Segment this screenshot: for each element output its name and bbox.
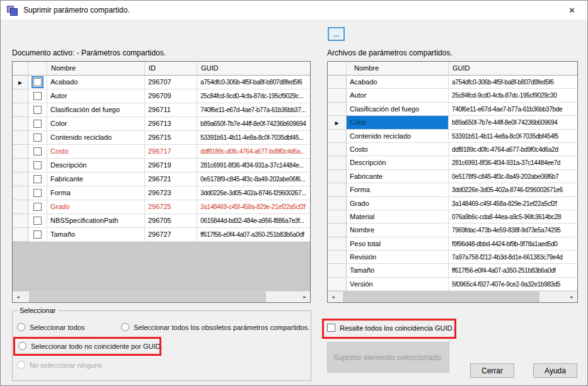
column-header-nombre[interactable]: Nombre <box>47 62 145 76</box>
cell-nombre[interactable]: Forma <box>47 186 145 200</box>
header-checkbox-column[interactable] <box>28 62 47 76</box>
table-row[interactable]: Contenido reciclado53391b51-4b11-4e8a-8c… <box>328 130 577 143</box>
cell-guid[interactable]: 3a148469-c45f-458a-829e-21ef22a5cf2f <box>197 200 310 214</box>
row-selector[interactable] <box>13 103 28 117</box>
table-row[interactable]: Grado2967253a148469-c45f-458a-829e-21ef2… <box>13 200 310 214</box>
row-checkbox-cell[interactable] <box>28 117 47 131</box>
delete-selected-button[interactable]: Suprimir elemento seleccionado. <box>327 342 449 373</box>
table-row[interactable]: Peso totalf9f96d48-dbbd-4424-bf9b-9f78a1… <box>328 237 577 251</box>
row-checkbox-cell[interactable] <box>28 145 47 159</box>
cell-id[interactable]: 296727 <box>145 228 197 242</box>
checkbox-icon[interactable] <box>33 78 42 86</box>
cell-id[interactable]: 296705 <box>145 214 197 228</box>
row-selector[interactable] <box>328 197 347 210</box>
row-selector[interactable] <box>13 200 28 214</box>
row-selector[interactable] <box>328 278 347 291</box>
cell-guid[interactable]: 3dd0226e-3d05-402a-8746-f29600267... <box>197 186 310 200</box>
cell-id[interactable]: 296711 <box>145 103 197 117</box>
row-checkbox-cell[interactable] <box>28 214 47 228</box>
cell-guid[interactable]: 53391b51-4b11-4e8a-8c0f-7035dbf454f5 <box>449 130 577 143</box>
cell-guid[interactable]: b89a650f-7b7e-44ff-8e0f-74236b609694 <box>449 116 577 129</box>
browse-button[interactable]: ... <box>328 27 345 41</box>
cell-nombre[interactable]: Material <box>347 210 449 224</box>
cell-guid[interactable]: 53391b51-4b11-4e8a-8c0f-7035dbf45... <box>197 131 310 145</box>
cell-guid[interactable]: 076a9b6c-cda8-44ea-a9c5-96fc3614bc28 <box>449 210 577 224</box>
help-button[interactable]: Ayuda <box>533 363 577 378</box>
cell-id[interactable]: 296719 <box>145 159 197 173</box>
row-selector[interactable] <box>13 186 28 200</box>
row-selector[interactable] <box>328 224 347 237</box>
row-selector[interactable]: ▶ <box>13 76 28 89</box>
row-checkbox-cell[interactable] <box>28 76 47 89</box>
row-selector[interactable] <box>328 76 347 89</box>
row-checkbox-cell[interactable] <box>28 200 47 214</box>
cell-guid[interactable]: 5f0965c4-f927-407e-9ce2-9a32e1b983d5 <box>449 278 577 291</box>
cell-id[interactable]: 296721 <box>145 173 197 186</box>
cell-id[interactable]: 296707 <box>145 76 197 89</box>
cell-nombre[interactable]: Acabado <box>47 76 145 89</box>
cell-guid[interactable]: 3dd0226e-3d05-402a-8746-f296002671e6 <box>449 183 577 196</box>
row-selector[interactable] <box>328 143 347 156</box>
cell-nombre[interactable]: Descripción <box>47 159 145 173</box>
table-row[interactable]: Revisión7a97a758-f212-4b3d-8d1e-661383c7… <box>328 251 577 264</box>
cell-guid[interactable]: 281c6991-8f36-4f34-931a-37c14484e... <box>197 159 310 173</box>
row-selector[interactable] <box>13 214 28 228</box>
table-row[interactable]: Forma3dd0226e-3d05-402a-8746-f296002671e… <box>328 183 577 196</box>
cell-guid[interactable]: 7969fdac-473b-4e59-838f-9d73e5a74295 <box>449 224 577 237</box>
row-checkbox-cell[interactable] <box>28 186 47 200</box>
horizontal-scrollbar[interactable]: ◄ ► <box>13 291 310 302</box>
cell-guid[interactable]: 281c6991-8f36-4f34-931a-37c14484ee7d <box>449 156 577 169</box>
cell-id[interactable]: 296715 <box>145 131 197 145</box>
cell-nombre[interactable]: Peso total <box>347 237 449 251</box>
table-row[interactable]: Clasificación del fuego740f6e11-e67d-4ae… <box>328 103 577 116</box>
row-checkbox-cell[interactable] <box>28 228 47 242</box>
highlight-guid-checkbox[interactable]: Resalte todos los coincidencia GUID. <box>327 324 454 332</box>
row-selector[interactable] <box>328 210 347 224</box>
cell-nombre[interactable]: Tamaño <box>47 228 145 242</box>
cell-nombre[interactable]: Fabricante <box>47 173 145 186</box>
radio-no-coincidente-guid[interactable]: Seleccionar todo no coincidente por GUID… <box>18 342 163 350</box>
row-selector[interactable] <box>328 251 347 264</box>
table-row[interactable]: Material076a9b6c-cda8-44ea-a9c5-96fc3614… <box>328 210 577 224</box>
cell-nombre[interactable]: Contenido reciclado <box>347 130 449 143</box>
row-selector[interactable] <box>13 89 28 103</box>
cell-guid[interactable]: 0e5178f9-c845-4f3c-8a49-202abe06f6... <box>197 173 310 186</box>
table-row[interactable]: Forma2967233dd0226e-3d05-402a-8746-f2960… <box>13 186 310 200</box>
cell-id[interactable]: 296709 <box>145 89 197 103</box>
row-selector[interactable] <box>328 183 347 196</box>
cell-guid[interactable]: 0615844d-bd32-484e-a956-f886a7e3f... <box>197 214 310 228</box>
table-row[interactable]: Descripción281c6991-8f36-4f34-931a-37c14… <box>328 156 577 169</box>
close-icon[interactable]: ✕ <box>563 4 581 16</box>
row-selector[interactable] <box>328 170 347 183</box>
cell-nombre[interactable]: Acabado <box>347 76 449 89</box>
row-selector[interactable] <box>328 89 347 102</box>
cell-guid[interactable]: ff617f56-e0f4-4a07-a350-251b83b6a0df <box>449 264 577 277</box>
scrollbar-track[interactable] <box>338 292 567 302</box>
row-checkbox-cell[interactable] <box>28 89 47 103</box>
cell-nombre[interactable]: Nombre <box>347 224 449 237</box>
row-selector[interactable] <box>328 130 347 143</box>
cell-nombre[interactable]: Autor <box>47 89 145 103</box>
column-header-guid[interactable]: GUID <box>197 62 310 76</box>
checkbox-icon[interactable] <box>33 161 42 169</box>
table-row[interactable]: Tamañoff617f56-e0f4-4a07-a350-251b83b6a0… <box>328 264 577 277</box>
table-row[interactable]: NBSSpecificationPath2967050615844d-bd32-… <box>13 214 310 228</box>
cell-nombre[interactable]: Costo <box>47 145 145 159</box>
table-row[interactable]: ▶Acabado296707a754dfc0-306b-4f5f-ba8f-b8… <box>13 76 310 89</box>
cell-id[interactable]: 296723 <box>145 186 197 200</box>
table-row[interactable]: Costo296717ddf8189c-d0fc-4764-a677-bd9f0… <box>13 145 310 159</box>
column-header-guid[interactable]: GUID <box>449 62 577 76</box>
row-selector[interactable] <box>13 117 28 131</box>
cell-nombre[interactable]: Grado <box>47 200 145 214</box>
cell-guid[interactable]: b89a650f-7b7e-44ff-8e0f-74236b609694 <box>197 117 310 131</box>
cell-nombre[interactable]: Grado <box>347 197 449 210</box>
row-selector[interactable] <box>13 173 28 186</box>
cell-nombre[interactable]: NBSSpecificationPath <box>47 214 145 228</box>
cell-nombre[interactable]: Contenido reciclado <box>47 131 145 145</box>
table-row[interactable]: Tamaño296727ff617f56-e0f4-4a07-a350-251b… <box>13 228 310 242</box>
table-row[interactable]: Contenido reciclado29671553391b51-4b11-4… <box>13 131 310 145</box>
cell-guid[interactable]: f9f96d48-dbbd-4424-bf9b-9f78a1aed5d0 <box>449 237 577 251</box>
row-selector[interactable] <box>328 264 347 277</box>
scrollbar-thumb[interactable] <box>29 292 267 302</box>
cell-guid[interactable]: ddf8189c-d0fc-4764-a677-bd9f0c4d6a... <box>197 145 310 159</box>
